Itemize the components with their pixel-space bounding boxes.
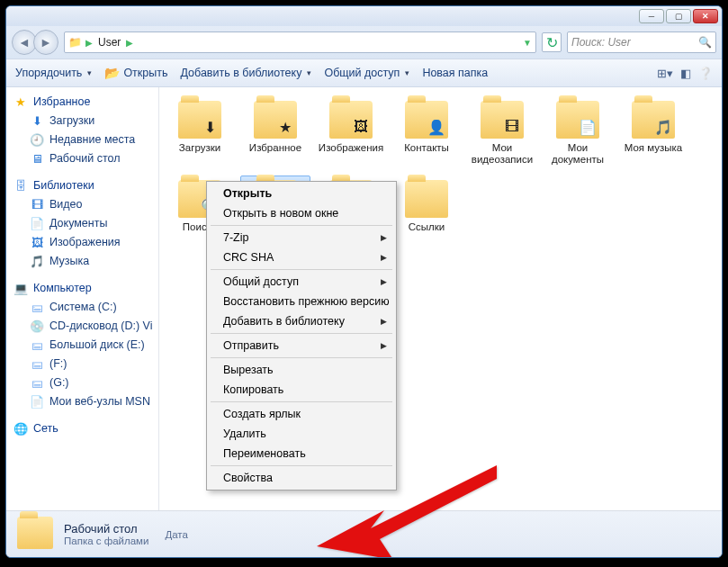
menu-item[interactable]: Удалить: [207, 424, 396, 444]
library-icon: 🗄: [13, 178, 28, 193]
sidebar-item-music[interactable]: 🎵Музыка: [10, 252, 155, 270]
details-pane: Рабочий стол Папка с файлами Дата: [6, 510, 722, 557]
music-icon: 🎵: [30, 254, 44, 268]
maximize-button[interactable]: ▢: [666, 9, 691, 23]
page-icon: 📄: [30, 394, 44, 409]
star-icon: ★: [13, 94, 28, 109]
organize-menu[interactable]: Упорядочить: [15, 67, 92, 79]
folder-icon: 🎵: [632, 101, 675, 139]
view-options-button[interactable]: ⊞▾: [657, 67, 673, 80]
refresh-button[interactable]: ↻: [542, 32, 562, 52]
menu-item[interactable]: Добавить в библиотеку: [207, 311, 396, 331]
menu-item[interactable]: Восстановить прежнюю версию: [207, 292, 396, 311]
folder-item[interactable]: 📄Мои документы: [543, 96, 613, 170]
menu-item[interactable]: CRC SHA: [207, 248, 396, 267]
open-button[interactable]: 📂Открыть: [104, 66, 167, 80]
breadcrumb[interactable]: 📁 ▶ User ▶ ▼: [64, 32, 536, 53]
folder-label: Мои документы: [545, 142, 610, 166]
document-icon: 📄: [30, 216, 44, 230]
network-group[interactable]: 🌐Сеть: [10, 419, 155, 437]
breadcrumb-segment[interactable]: User: [96, 36, 122, 49]
folder-item[interactable]: ★Избранное: [240, 96, 310, 170]
folder-icon: 📄: [556, 101, 599, 139]
folder-label: Моя музыка: [625, 142, 683, 154]
folder-item[interactable]: Ссылки: [391, 176, 462, 249]
close-button[interactable]: ✕: [693, 9, 718, 23]
folder-label: Мои видеозаписи: [470, 142, 535, 166]
computer-group[interactable]: 💻Компьютер: [10, 279, 155, 297]
menu-item[interactable]: 7-Zip: [207, 228, 396, 248]
drive-icon: 🖴: [30, 338, 44, 352]
sidebar-item-videos[interactable]: 🎞Видео: [10, 195, 155, 213]
cd-icon: 💿: [30, 319, 44, 333]
address-bar: ◄ ► 📁 ▶ User ▶ ▼ ↻ Поиск: User 🔍: [6, 26, 722, 58]
sidebar-item-msn[interactable]: 📄Мои веб-узлы MSN: [10, 392, 155, 410]
folder-item[interactable]: 🎵Моя музыка: [618, 96, 688, 170]
sidebar-item-drive-c[interactable]: 🖴Система (C:): [10, 298, 155, 316]
folder-item[interactable]: 👤Контакты: [391, 96, 462, 170]
sidebar-item-downloads[interactable]: ⬇Загрузки: [10, 112, 155, 130]
content-area: ⬇Загрузки★Избранное🖼Изображения👤Контакты…: [159, 87, 722, 510]
menu-item[interactable]: Создать ярлык: [207, 404, 396, 424]
explorer-window: ─ ▢ ✕ ◄ ► 📁 ▶ User ▶ ▼ ↻ Поиск: User 🔍 У…: [5, 5, 723, 558]
menu-item[interactable]: Отправить: [207, 336, 396, 356]
folder-item[interactable]: 🎞Мои видеозаписи: [467, 96, 537, 170]
menu-item[interactable]: Переименовать: [207, 444, 396, 464]
forward-button[interactable]: ►: [33, 30, 58, 55]
sidebar-item-drive-f[interactable]: 🖴(F:): [10, 355, 155, 373]
netdrive-icon: 🖴: [30, 375, 44, 390]
preview-pane-button[interactable]: ◧: [680, 67, 691, 80]
menu-item[interactable]: Общий доступ: [207, 272, 396, 292]
folder-label: Изображения: [319, 142, 383, 154]
sidebar-item-drive-e[interactable]: 🖴Большой диск (E:): [10, 336, 155, 354]
chevron-right-icon: ▶: [85, 38, 93, 48]
menu-item[interactable]: Вырезать: [207, 360, 396, 380]
folder-item[interactable]: ⬇Загрузки: [165, 96, 235, 170]
folder-item[interactable]: 🖼Изображения: [316, 96, 386, 170]
sidebar-item-drive-g[interactable]: 🖴(G:): [10, 374, 155, 392]
menu-item[interactable]: Свойства: [207, 468, 396, 488]
details-title: Рабочий стол: [64, 522, 148, 536]
folder-icon: [405, 180, 448, 218]
desktop-icon: 🖥: [30, 151, 44, 166]
download-icon: ⬇: [30, 113, 44, 128]
help-button[interactable]: ❔: [698, 67, 713, 80]
folder-label: Ссылки: [409, 221, 445, 233]
details-date-label: Дата: [165, 529, 187, 540]
libraries-group[interactable]: 🗄Библиотеки: [10, 176, 155, 194]
favorites-group[interactable]: ★Избранное: [10, 93, 155, 111]
menu-item[interactable]: Открыть: [207, 184, 396, 203]
add-to-library-menu[interactable]: Добавить в библиотеку: [180, 67, 311, 79]
network-icon: 🌐: [13, 421, 28, 436]
sidebar-item-desktop[interactable]: 🖥Рабочий стол: [10, 149, 155, 167]
toolbar: Упорядочить 📂Открыть Добавить в библиоте…: [6, 58, 722, 87]
folder-label: Контакты: [404, 142, 449, 154]
sidebar-item-pictures[interactable]: 🖼Изображения: [10, 233, 155, 251]
folder-icon: 📁: [68, 36, 82, 49]
recent-icon: 🕘: [30, 132, 44, 147]
search-placeholder: Поиск: User: [571, 36, 631, 49]
open-icon: 📂: [104, 66, 120, 80]
navigation-pane: ★Избранное ⬇Загрузки 🕘Недавние места 🖥Ра…: [6, 87, 159, 510]
folder-icon: 🎞: [481, 101, 524, 139]
netdrive-icon: 🖴: [30, 356, 44, 371]
new-folder-button[interactable]: Новая папка: [422, 67, 488, 79]
menu-item[interactable]: Копировать: [207, 380, 396, 400]
minimize-button[interactable]: ─: [639, 9, 664, 23]
sidebar-item-documents[interactable]: 📄Документы: [10, 214, 155, 232]
chevron-right-icon: ▶: [126, 38, 133, 48]
folder-label: Загрузки: [179, 142, 220, 154]
share-menu[interactable]: Общий доступ: [324, 67, 409, 79]
folder-icon: 🖼: [329, 101, 373, 139]
folder-icon: ⬇: [178, 101, 221, 139]
menu-item[interactable]: Открыть в новом окне: [207, 203, 396, 223]
details-subtitle: Папка с файлами: [64, 536, 148, 546]
chevron-down-icon[interactable]: ▼: [523, 38, 532, 48]
sidebar-item-cd-d[interactable]: 💿CD-дисковод (D:) Vi: [10, 317, 155, 335]
video-icon: 🎞: [30, 197, 44, 212]
folder-label: Избранное: [249, 142, 301, 154]
sidebar-item-recent[interactable]: 🕘Недавние места: [10, 130, 155, 148]
search-input[interactable]: Поиск: User 🔍: [567, 32, 716, 53]
context-menu: ОткрытьОткрыть в новом окне7-ZipCRC SHAО…: [206, 181, 397, 490]
titlebar: ─ ▢ ✕: [6, 6, 722, 26]
